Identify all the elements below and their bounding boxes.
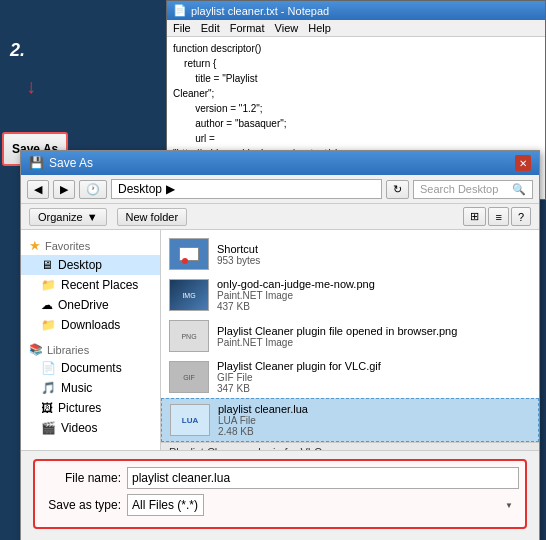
favorites-label: ★ Favorites xyxy=(21,236,160,255)
notepad-content: function descriptor() return { title = "… xyxy=(167,37,545,165)
breadcrumb-arrow: ▶ xyxy=(166,182,175,196)
annotation-arrow: ↓ xyxy=(26,75,36,98)
lua-info: playlist cleaner.lua LUA File 2.48 KB xyxy=(218,403,530,437)
dialog-title-icon: 💾 xyxy=(29,156,44,170)
notepad-titlebar: 📄 playlist cleaner.txt - Notepad xyxy=(167,1,545,20)
pictures-icon: 🖼 xyxy=(41,401,53,415)
new-folder-label: New folder xyxy=(126,211,179,223)
file-panel: Shortcut 953 bytes IMG only-god-can-judg… xyxy=(161,230,539,450)
sidebar-item-downloads[interactable]: 📁 Downloads xyxy=(21,315,160,335)
new-folder-button[interactable]: New folder xyxy=(117,208,188,226)
menu-help[interactable]: Help xyxy=(308,22,331,34)
menu-edit[interactable]: Edit xyxy=(201,22,220,34)
menu-file[interactable]: File xyxy=(173,22,191,34)
dialog-toolbar: ◀ ▶ 🕐 Desktop ▶ ↻ Search Desktop 🔍 xyxy=(21,175,539,204)
filename-row: File name: xyxy=(41,467,519,489)
saveas-dialog: 💾 Save As ✕ ◀ ▶ 🕐 Desktop ▶ ↻ Search Des… xyxy=(20,150,540,540)
gif-thumb: GIF xyxy=(169,361,209,393)
savetype-row: Save as type: All Files (*.*) xyxy=(41,494,519,516)
libraries-label: 📚 Libraries xyxy=(21,341,160,358)
sidebar-item-onedrive[interactable]: ☁ OneDrive xyxy=(21,295,160,315)
sidebar-item-desktop[interactable]: 🖥 Desktop xyxy=(21,255,160,275)
sidebar-item-videos[interactable]: 🎬 Videos xyxy=(21,418,160,438)
dialog-titlebar: 💾 Save As ✕ xyxy=(21,151,539,175)
lua-thumb: LUA xyxy=(170,404,210,436)
dialog-close-button[interactable]: ✕ xyxy=(515,155,531,171)
png1-info: only-god-can-judge-me-now.png Paint.NET … xyxy=(217,278,531,312)
downloads-icon: 📁 xyxy=(41,318,56,332)
back-button[interactable]: ◀ xyxy=(27,180,49,199)
menu-format[interactable]: Format xyxy=(230,22,265,34)
breadcrumb-location: Desktop xyxy=(118,182,162,196)
help-button[interactable]: ? xyxy=(511,207,531,226)
bottom-fields-highlight: File name: Save as type: All Files (*.*) xyxy=(33,459,527,529)
breadcrumb-bar[interactable]: Desktop ▶ xyxy=(111,179,382,199)
file-item-png2[interactable]: PNG Playlist Cleaner plugin file opened … xyxy=(161,316,539,356)
onedrive-icon: ☁ xyxy=(41,298,53,312)
organize-label: Organize xyxy=(38,211,83,223)
favorites-group: ★ Favorites 🖥 Desktop 📁 Recent Places ☁ … xyxy=(21,236,160,335)
refresh-button[interactable]: ↻ xyxy=(386,180,409,199)
search-icon: 🔍 xyxy=(512,183,526,196)
filename-label: File name: xyxy=(41,471,121,485)
libraries-group: 📚 Libraries 📄 Documents 🎵 Music 🖼 Pictur… xyxy=(21,341,160,438)
sidebar-item-documents[interactable]: 📄 Documents xyxy=(21,358,160,378)
png2-thumb: PNG xyxy=(169,320,209,352)
shortcut-thumb xyxy=(169,238,209,270)
libraries-icon: 📚 xyxy=(29,343,43,356)
view-grid-button[interactable]: ⊞ xyxy=(463,207,486,226)
sidebar-panel: ★ Favorites 🖥 Desktop 📁 Recent Places ☁ … xyxy=(21,230,161,450)
dialog-title-area: 💾 Save As xyxy=(29,156,93,170)
savetype-select[interactable]: All Files (*.*) xyxy=(127,494,204,516)
png1-thumb: IMG xyxy=(169,279,209,311)
dialog-actionbar: Organize ▼ New folder ⊞ ≡ ? xyxy=(21,204,539,230)
savetype-label: Save as type: xyxy=(41,498,121,512)
gif-info: Playlist Cleaner plugin for VLC.gif GIF … xyxy=(217,360,531,394)
file-item-shortcut[interactable]: Shortcut 953 bytes xyxy=(161,234,539,274)
shortcut-info: Shortcut 953 bytes xyxy=(217,243,531,266)
notepad-title: playlist cleaner.txt - Notepad xyxy=(191,5,329,17)
sidebar-item-pictures[interactable]: 🖼 Pictures xyxy=(21,398,160,418)
dialog-title-text: Save As xyxy=(49,156,93,170)
view-list-button[interactable]: ≡ xyxy=(488,207,508,226)
file-item-lua[interactable]: LUA playlist cleaner.lua LUA File 2.48 K… xyxy=(161,398,539,442)
file-item-gif[interactable]: GIF Playlist Cleaner plugin for VLC.gif … xyxy=(161,356,539,398)
savetype-wrapper: All Files (*.*) xyxy=(127,494,519,516)
recent-icon: 📁 xyxy=(41,278,56,292)
sidebar-item-music[interactable]: 🎵 Music xyxy=(21,378,160,398)
annotation-2: 2. xyxy=(10,40,25,61)
organize-arrow-icon: ▼ xyxy=(87,211,98,223)
file-item-png1[interactable]: IMG only-god-can-judge-me-now.png Paint.… xyxy=(161,274,539,316)
search-bar[interactable]: Search Desktop 🔍 xyxy=(413,180,533,199)
forward-button[interactable]: ▶ xyxy=(53,180,75,199)
search-placeholder: Search Desktop xyxy=(420,183,498,195)
notepad-file-icon: 📄 xyxy=(173,4,187,17)
recent-button[interactable]: 🕐 xyxy=(79,180,107,199)
dialog-bottom: File name: Save as type: All Files (*.*) xyxy=(21,450,539,540)
videos-icon: 🎬 xyxy=(41,421,56,435)
desktop-icon: 🖥 xyxy=(41,258,53,272)
star-icon: ★ xyxy=(29,238,41,253)
organize-button[interactable]: Organize ▼ xyxy=(29,208,107,226)
music-icon: 🎵 xyxy=(41,381,56,395)
view-icons: ⊞ ≡ ? xyxy=(463,207,531,226)
menu-view[interactable]: View xyxy=(275,22,299,34)
documents-icon: 📄 xyxy=(41,361,56,375)
notepad-menu: File Edit Format View Help xyxy=(167,20,545,37)
png2-info: Playlist Cleaner plugin file opened in b… xyxy=(217,325,531,348)
filename-input[interactable] xyxy=(127,467,519,489)
sidebar-item-recent[interactable]: 📁 Recent Places xyxy=(21,275,160,295)
dialog-main: ★ Favorites 🖥 Desktop 📁 Recent Places ☁ … xyxy=(21,230,539,450)
annotation-1: 1. xyxy=(366,68,381,89)
description-bar: Playlist Cleaner- plugin for VLC xyxy=(161,442,539,450)
